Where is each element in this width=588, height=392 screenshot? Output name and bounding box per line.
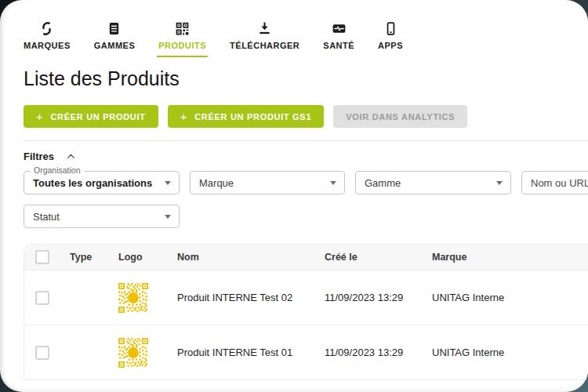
gamme-select[interactable]: Gamme: [355, 171, 511, 194]
nav-label: GAMMES: [94, 41, 136, 50]
nav-item-produits[interactable]: PRODUITS: [158, 20, 206, 57]
marque-select-placeholder: Marque: [199, 177, 234, 189]
organisation-select-value: Toutes les organisations: [33, 177, 152, 189]
nav-label: TÉLÉCHARGER: [230, 41, 299, 50]
cell-cree-le: 11/09/2023 13:29: [325, 347, 432, 358]
marque-select[interactable]: Marque: [190, 171, 345, 194]
filters-row-1: Organisation Toutes les organisations Ma…: [24, 171, 588, 194]
dropdown-arrow-icon: [496, 181, 503, 185]
organisation-select[interactable]: Organisation Toutes les organisations: [24, 171, 180, 194]
section-divider: [24, 140, 588, 141]
header-marque: Marque: [432, 252, 588, 263]
search-input[interactable]: Nom ou URL: [521, 171, 588, 194]
row-checkbox-cell: [24, 291, 70, 305]
header-nom: Nom: [177, 252, 325, 263]
cell-logo: [118, 338, 177, 368]
nav-label: PRODUITS: [158, 41, 206, 50]
cell-nom: Produit INTERNE Test 01: [177, 347, 325, 358]
product-qr-logo: [118, 283, 148, 313]
app-window: MARQUES GAMMES PRODUITS: [0, 0, 588, 392]
header-type: Type: [70, 252, 118, 263]
gamme-select-placeholder: Gamme: [365, 177, 401, 189]
products-table: Type Logo Nom Créé le Marque Produit INT…: [24, 244, 588, 380]
top-navigation: MARQUES GAMMES PRODUITS: [24, 20, 588, 57]
plus-icon: +: [180, 111, 187, 122]
dropdown-arrow-icon: [165, 215, 171, 219]
table-row[interactable]: Produit INTERNE Test 02 11/09/2023 13:29…: [24, 270, 588, 325]
chevron-up-icon[interactable]: [65, 151, 77, 162]
nav-item-telecharger[interactable]: TÉLÉCHARGER: [230, 20, 299, 57]
active-tab-indicator: [157, 56, 208, 57]
create-product-gs1-label: CRÉER UN PRODUIT GS1: [194, 112, 311, 122]
table-row[interactable]: Produit INTERNE Test 01 11/09/2023 13:29…: [24, 325, 588, 380]
download-icon: [256, 20, 273, 37]
product-qr-logo: [118, 338, 148, 368]
qr-code-icon: [174, 20, 191, 37]
row-checkbox-cell: [24, 346, 70, 360]
plus-icon: +: [36, 111, 43, 122]
create-product-gs1-button[interactable]: + CRÉER UN PRODUIT GS1: [168, 105, 325, 128]
row-checkbox[interactable]: [35, 346, 49, 360]
header-logo: Logo: [118, 252, 177, 263]
nav-item-marques[interactable]: MARQUES: [24, 20, 71, 57]
statut-select-placeholder: Statut: [33, 211, 60, 223]
select-all-checkbox[interactable]: [35, 250, 49, 264]
cell-nom: Produit INTERNE Test 02: [177, 292, 325, 303]
nav-label: SANTÉ: [323, 41, 354, 50]
cell-marque: UNITAG Interne: [432, 292, 588, 303]
row-checkbox[interactable]: [35, 291, 49, 305]
nav-item-sante[interactable]: SANTÉ: [323, 20, 354, 57]
view-analytics-button[interactable]: VOIR DANS ANALYTICS: [333, 105, 467, 128]
create-product-button[interactable]: + CRÉER UN PRODUIT: [24, 105, 158, 128]
header-checkbox-cell: [24, 250, 70, 264]
search-input-placeholder: Nom ou URL: [531, 177, 588, 189]
cell-marque: UNITAG Interne: [432, 347, 588, 358]
stacked-list-icon: [106, 20, 122, 37]
table-header-row: Type Logo Nom Créé le Marque: [24, 245, 588, 270]
smartphone-icon: [383, 20, 399, 37]
health-pulse-card-icon: [331, 20, 347, 37]
cell-cree-le: 11/09/2023 13:29: [325, 292, 432, 303]
create-product-label: CRÉER UN PRODUIT: [50, 112, 145, 122]
unitag-logo-icon: [38, 20, 55, 37]
statut-select[interactable]: Statut: [24, 205, 180, 228]
filters-title: Filtres: [24, 151, 54, 162]
nav-label: MARQUES: [24, 41, 71, 50]
dropdown-arrow-icon: [165, 181, 171, 185]
filters-row-2: Statut: [24, 205, 180, 228]
organisation-select-label: Organisation: [31, 166, 84, 176]
nav-item-gammes[interactable]: GAMMES: [94, 20, 136, 57]
page-title: Liste des Produits: [24, 67, 588, 90]
nav-item-apps[interactable]: APPS: [378, 20, 403, 57]
cell-logo: [118, 283, 177, 313]
toolbar: + CRÉER UN PRODUIT + CRÉER UN PRODUIT GS…: [24, 105, 588, 128]
filters-header: Filtres: [24, 151, 588, 162]
nav-label: APPS: [378, 41, 403, 50]
dropdown-arrow-icon: [330, 181, 336, 185]
header-cree-le: Créé le: [325, 252, 432, 263]
view-analytics-label: VOIR DANS ANALYTICS: [346, 112, 455, 122]
